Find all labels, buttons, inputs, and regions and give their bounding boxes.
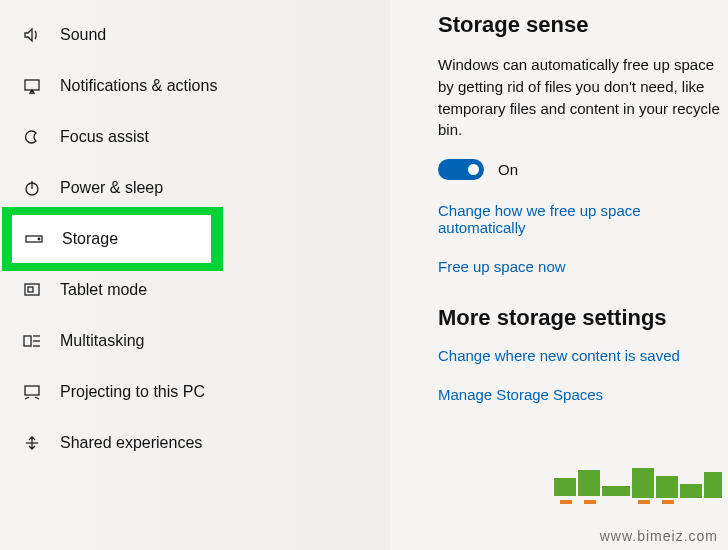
tablet-mode-icon (22, 280, 42, 300)
section-title-storage-sense: Storage sense (438, 12, 728, 38)
storage-sense-toggle-row: On (438, 159, 728, 180)
sidebar-item-label: Focus assist (60, 128, 149, 146)
sidebar-item-label: Tablet mode (60, 281, 147, 299)
svg-rect-7 (24, 336, 31, 346)
sidebar-item-label: Storage (62, 230, 118, 248)
sidebar-item-label: Projecting to this PC (60, 383, 205, 401)
sidebar-item-label: Sound (60, 26, 106, 44)
sidebar-item-label: Shared experiences (60, 434, 202, 452)
projecting-icon (22, 382, 42, 402)
sidebar-item-projecting[interactable]: Projecting to this PC (0, 368, 389, 416)
more-storage-section: More storage settings Change where new c… (438, 305, 728, 403)
toggle-state-label: On (498, 161, 518, 178)
link-manage-storage-spaces[interactable]: Manage Storage Spaces (438, 386, 728, 403)
main-content: Storage sense Windows can automatically … (390, 0, 728, 550)
svg-rect-6 (28, 287, 33, 292)
svg-rect-0 (25, 80, 39, 90)
sidebar-item-multitasking[interactable]: Multitasking (0, 317, 389, 365)
sidebar-item-storage-highlight: Storage (10, 215, 381, 263)
link-change-content-saved[interactable]: Change where new content is saved (438, 347, 728, 364)
power-icon (22, 178, 42, 198)
section-title-more-storage: More storage settings (438, 305, 728, 331)
storage-sense-description: Windows can automatically free up space … (438, 54, 728, 141)
notifications-icon (22, 76, 42, 96)
sidebar-item-label: Multitasking (60, 332, 144, 350)
watermark-text: www.bimeiz.com (600, 528, 718, 544)
sidebar-item-notifications[interactable]: Notifications & actions (0, 62, 389, 110)
svg-rect-5 (25, 284, 39, 295)
sidebar-item-shared-experiences[interactable]: Shared experiences (0, 419, 389, 467)
link-free-up-now[interactable]: Free up space now (438, 258, 728, 275)
settings-sidebar: Sound Notifications & actions Focus assi… (0, 0, 390, 550)
svg-point-4 (38, 238, 40, 240)
storage-icon (24, 229, 44, 249)
focus-assist-icon (22, 127, 42, 147)
link-change-free-up[interactable]: Change how we free up space automaticall… (438, 202, 728, 236)
sidebar-item-sound[interactable]: Sound (0, 11, 389, 59)
shared-experiences-icon (22, 433, 42, 453)
sidebar-item-label: Notifications & actions (60, 77, 217, 95)
storage-sense-toggle[interactable] (438, 159, 484, 180)
sidebar-item-label: Power & sleep (60, 179, 163, 197)
sidebar-item-focus-assist[interactable]: Focus assist (0, 113, 389, 161)
sidebar-item-storage[interactable]: Storage (12, 215, 211, 263)
sidebar-item-tablet-mode[interactable]: Tablet mode (0, 266, 389, 314)
svg-rect-11 (25, 386, 39, 395)
sidebar-item-power-sleep[interactable]: Power & sleep (0, 164, 389, 212)
sound-icon (22, 25, 42, 45)
multitasking-icon (22, 331, 42, 351)
